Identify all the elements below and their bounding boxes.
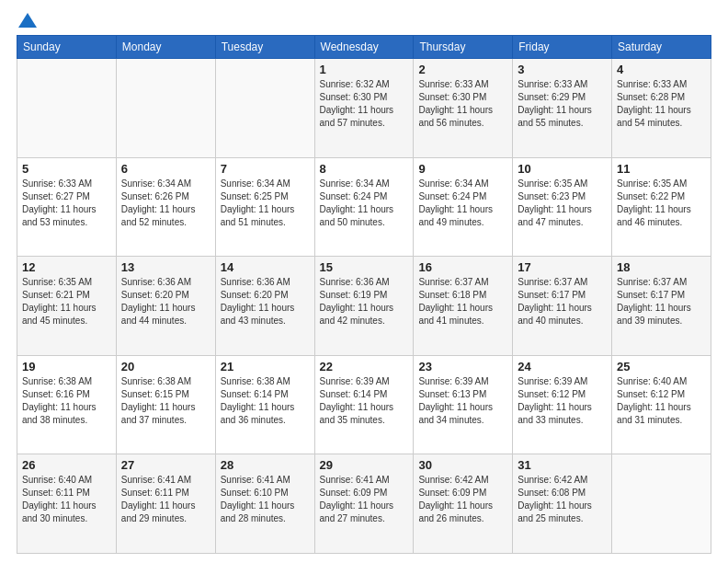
day-cell (612, 454, 711, 554)
day-number: 2 (418, 63, 507, 76)
weekday-thursday: Thursday (414, 36, 513, 59)
day-number: 11 (617, 162, 706, 176)
day-info: Sunrise: 6:37 AMSunset: 6:17 PMDaylight:… (518, 276, 607, 327)
day-number: 20 (121, 360, 210, 373)
day-number: 16 (418, 260, 507, 274)
week-row-4: 19Sunrise: 6:38 AMSunset: 6:16 PMDayligh… (17, 355, 711, 454)
day-info: Sunrise: 6:33 AMSunset: 6:28 PMDaylight:… (617, 78, 706, 130)
day-number: 31 (518, 458, 607, 472)
day-info: Sunrise: 6:42 AMSunset: 6:09 PMDaylight:… (418, 474, 507, 525)
day-info: Sunrise: 6:39 AMSunset: 6:12 PMDaylight:… (518, 375, 607, 427)
day-info: Sunrise: 6:41 AMSunset: 6:10 PMDaylight:… (221, 474, 310, 525)
day-cell: 31Sunrise: 6:42 AMSunset: 6:08 PMDayligh… (513, 454, 612, 554)
day-cell (17, 59, 117, 158)
day-cell (116, 59, 215, 158)
weekday-wednesday: Wednesday (314, 36, 414, 59)
day-info: Sunrise: 6:36 AMSunset: 6:20 PMDaylight:… (221, 276, 310, 327)
day-info: Sunrise: 6:34 AMSunset: 6:26 PMDaylight:… (121, 178, 210, 229)
weekday-header-row: SundayMondayTuesdayWednesdayThursdayFrid… (17, 36, 711, 59)
day-number: 5 (22, 162, 111, 176)
day-number: 28 (221, 458, 310, 472)
day-info: Sunrise: 6:36 AMSunset: 6:20 PMDaylight:… (121, 276, 210, 327)
day-number: 19 (22, 360, 111, 373)
day-number: 6 (121, 162, 210, 176)
day-number: 25 (617, 360, 706, 373)
day-info: Sunrise: 6:32 AMSunset: 6:30 PMDaylight:… (320, 78, 409, 130)
day-cell: 29Sunrise: 6:41 AMSunset: 6:09 PMDayligh… (314, 454, 414, 554)
day-info: Sunrise: 6:40 AMSunset: 6:11 PMDaylight:… (22, 474, 111, 525)
weekday-monday: Monday (116, 36, 215, 59)
day-cell: 25Sunrise: 6:40 AMSunset: 6:12 PMDayligh… (612, 355, 711, 454)
page: SundayMondayTuesdayWednesdayThursdayFrid… (0, 0, 728, 563)
day-cell: 16Sunrise: 6:37 AMSunset: 6:18 PMDayligh… (414, 257, 513, 356)
day-number: 4 (617, 63, 706, 76)
day-number: 9 (418, 162, 507, 176)
week-row-1: 1Sunrise: 6:32 AMSunset: 6:30 PMDaylight… (17, 59, 711, 158)
weekday-friday: Friday (513, 36, 612, 59)
day-cell: 7Sunrise: 6:34 AMSunset: 6:25 PMDaylight… (215, 157, 314, 257)
week-row-5: 26Sunrise: 6:40 AMSunset: 6:11 PMDayligh… (17, 454, 711, 554)
day-cell: 13Sunrise: 6:36 AMSunset: 6:20 PMDayligh… (116, 257, 215, 356)
day-number: 10 (518, 162, 607, 176)
header (17, 17, 711, 28)
day-cell: 18Sunrise: 6:37 AMSunset: 6:17 PMDayligh… (612, 257, 711, 356)
day-info: Sunrise: 6:40 AMSunset: 6:12 PMDaylight:… (617, 375, 706, 427)
day-info: Sunrise: 6:34 AMSunset: 6:24 PMDaylight:… (418, 178, 507, 229)
day-info: Sunrise: 6:39 AMSunset: 6:13 PMDaylight:… (418, 375, 507, 427)
day-cell: 19Sunrise: 6:38 AMSunset: 6:16 PMDayligh… (17, 355, 117, 454)
day-number: 30 (418, 458, 507, 472)
logo-triangle-icon (18, 13, 37, 28)
day-number: 8 (320, 162, 409, 176)
day-info: Sunrise: 6:33 AMSunset: 6:30 PMDaylight:… (418, 78, 507, 130)
day-cell: 9Sunrise: 6:34 AMSunset: 6:24 PMDaylight… (414, 157, 513, 257)
day-cell: 24Sunrise: 6:39 AMSunset: 6:12 PMDayligh… (513, 355, 612, 454)
weekday-saturday: Saturday (612, 36, 711, 59)
logo (17, 17, 37, 28)
week-row-3: 12Sunrise: 6:35 AMSunset: 6:21 PMDayligh… (17, 257, 711, 356)
day-info: Sunrise: 6:34 AMSunset: 6:25 PMDaylight:… (221, 178, 310, 229)
day-info: Sunrise: 6:34 AMSunset: 6:24 PMDaylight:… (320, 178, 409, 229)
day-info: Sunrise: 6:37 AMSunset: 6:18 PMDaylight:… (418, 276, 507, 327)
day-number: 1 (320, 63, 409, 76)
day-cell: 14Sunrise: 6:36 AMSunset: 6:20 PMDayligh… (215, 257, 314, 356)
week-row-2: 5Sunrise: 6:33 AMSunset: 6:27 PMDaylight… (17, 157, 711, 257)
day-number: 18 (617, 260, 706, 274)
day-cell: 23Sunrise: 6:39 AMSunset: 6:13 PMDayligh… (414, 355, 513, 454)
day-number: 12 (22, 260, 111, 274)
day-number: 24 (518, 360, 607, 373)
day-info: Sunrise: 6:37 AMSunset: 6:17 PMDaylight:… (617, 276, 706, 327)
day-info: Sunrise: 6:36 AMSunset: 6:19 PMDaylight:… (320, 276, 409, 327)
day-number: 3 (518, 63, 607, 76)
day-cell: 3Sunrise: 6:33 AMSunset: 6:29 PMDaylight… (513, 59, 612, 158)
day-cell: 8Sunrise: 6:34 AMSunset: 6:24 PMDaylight… (314, 157, 414, 257)
day-cell: 20Sunrise: 6:38 AMSunset: 6:15 PMDayligh… (116, 355, 215, 454)
day-number: 27 (121, 458, 210, 472)
day-number: 17 (518, 260, 607, 274)
day-info: Sunrise: 6:33 AMSunset: 6:27 PMDaylight:… (22, 178, 111, 229)
day-number: 26 (22, 458, 111, 472)
day-info: Sunrise: 6:38 AMSunset: 6:14 PMDaylight:… (221, 375, 310, 427)
day-info: Sunrise: 6:39 AMSunset: 6:14 PMDaylight:… (320, 375, 409, 427)
day-number: 23 (418, 360, 507, 373)
day-cell: 5Sunrise: 6:33 AMSunset: 6:27 PMDaylight… (17, 157, 117, 257)
day-info: Sunrise: 6:33 AMSunset: 6:29 PMDaylight:… (518, 78, 607, 130)
day-cell: 17Sunrise: 6:37 AMSunset: 6:17 PMDayligh… (513, 257, 612, 356)
day-info: Sunrise: 6:41 AMSunset: 6:11 PMDaylight:… (121, 474, 210, 525)
day-cell: 10Sunrise: 6:35 AMSunset: 6:23 PMDayligh… (513, 157, 612, 257)
day-number: 13 (121, 260, 210, 274)
day-cell: 21Sunrise: 6:38 AMSunset: 6:14 PMDayligh… (215, 355, 314, 454)
day-cell: 1Sunrise: 6:32 AMSunset: 6:30 PMDaylight… (314, 59, 414, 158)
day-cell: 4Sunrise: 6:33 AMSunset: 6:28 PMDaylight… (612, 59, 711, 158)
day-number: 29 (320, 458, 409, 472)
day-info: Sunrise: 6:41 AMSunset: 6:09 PMDaylight:… (320, 474, 409, 525)
day-number: 7 (221, 162, 310, 176)
day-cell: 27Sunrise: 6:41 AMSunset: 6:11 PMDayligh… (116, 454, 215, 554)
day-cell: 11Sunrise: 6:35 AMSunset: 6:22 PMDayligh… (612, 157, 711, 257)
day-cell: 28Sunrise: 6:41 AMSunset: 6:10 PMDayligh… (215, 454, 314, 554)
day-cell: 26Sunrise: 6:40 AMSunset: 6:11 PMDayligh… (17, 454, 117, 554)
day-cell: 22Sunrise: 6:39 AMSunset: 6:14 PMDayligh… (314, 355, 414, 454)
day-cell: 6Sunrise: 6:34 AMSunset: 6:26 PMDaylight… (116, 157, 215, 257)
day-cell: 2Sunrise: 6:33 AMSunset: 6:30 PMDaylight… (414, 59, 513, 158)
day-info: Sunrise: 6:38 AMSunset: 6:15 PMDaylight:… (121, 375, 210, 427)
day-info: Sunrise: 6:38 AMSunset: 6:16 PMDaylight:… (22, 375, 111, 427)
